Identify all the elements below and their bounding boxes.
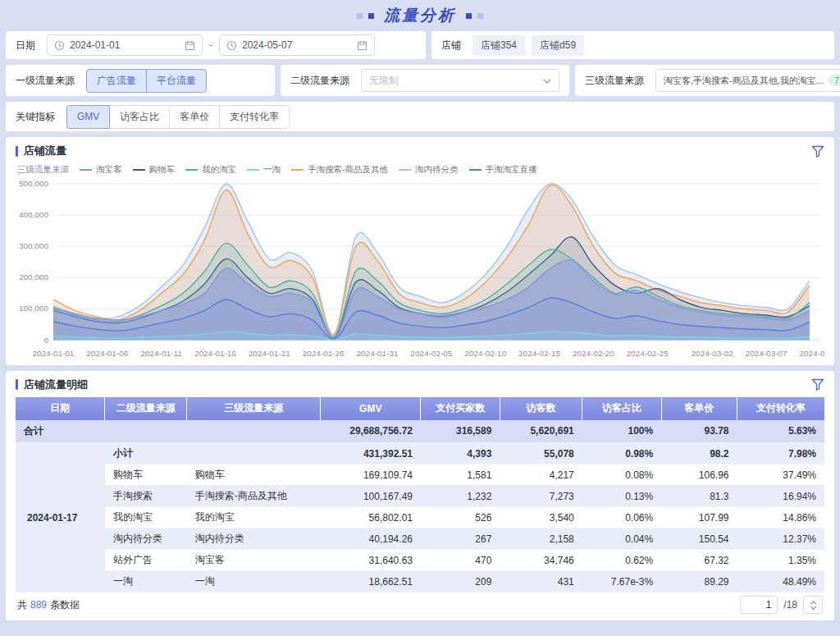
page-input[interactable]: 1 — [740, 596, 778, 614]
level3-value: 淘宝客,手淘搜索-商品及其他,我的淘宝... — [664, 75, 824, 87]
legend-item[interactable]: 一淘 — [247, 164, 281, 176]
svg-text:2024-01-21: 2024-01-21 — [249, 349, 290, 358]
level2-select[interactable]: 无限制 — [361, 69, 559, 92]
legend-item-label: 手淘搜索-商品及其他 — [308, 164, 388, 176]
value-cell: 1,232 — [421, 486, 500, 507]
legend-marker — [133, 169, 145, 171]
total-value-cell: 316,589 — [421, 420, 500, 443]
chart-filter-icon[interactable] — [811, 145, 824, 158]
legend-item-label: 购物车 — [149, 164, 176, 176]
column-header: 日期 — [16, 397, 104, 420]
value-cell: 0.06% — [582, 507, 661, 528]
shop-tag-354[interactable]: 店铺354 — [472, 35, 525, 56]
level1-option-ad-traffic[interactable]: 广告流量 — [86, 69, 147, 93]
legend-item-label: 手淘淘宝直播 — [486, 164, 537, 176]
shop-filter-card: 店铺 店铺354 店铺d59 — [431, 31, 834, 59]
legend-item[interactable]: 淘内待分类 — [399, 164, 459, 176]
level2-source-card: 二级流量来源 无限制 — [281, 65, 569, 96]
level2-label: 二级流量来源 — [290, 74, 349, 88]
value-cell: 34,746 — [500, 550, 582, 571]
svg-text:2024-02-10: 2024-02-10 — [464, 349, 506, 358]
start-date-input[interactable]: 2024-01-01 — [47, 34, 203, 56]
end-date-input[interactable]: 2024-05-07 — [219, 34, 375, 56]
calendar-icon — [185, 40, 195, 51]
svg-text:300,000: 300,000 — [19, 241, 48, 250]
value-cell: 0.13% — [582, 486, 661, 507]
level2-cell: 小计 — [104, 443, 186, 464]
value-cell: 81.3 — [661, 486, 737, 507]
value-cell: 16.94% — [737, 486, 824, 507]
page-title: 流量分析 — [384, 5, 456, 26]
record-count: 889 — [30, 599, 47, 611]
metric-conversion-button[interactable]: 支付转化率 — [219, 105, 290, 129]
legend-item-label: 淘宝客 — [96, 164, 122, 176]
legend-item-label: 一淘 — [263, 164, 281, 176]
total-value-cell: 29,688,756.72 — [321, 420, 421, 443]
metrics-button-group: GMV 访客占比 客单价 支付转化率 — [66, 105, 290, 129]
legend-item[interactable]: 淘宝客 — [80, 164, 122, 176]
value-cell: 31,640.63 — [321, 550, 421, 571]
filter-row-1: 日期 2024-01-01 - 2024-05-07 店铺 店铺354 店铺d5… — [6, 31, 834, 59]
column-header: GMV — [321, 397, 421, 420]
date-group-cell: 2024-01-17 — [16, 443, 104, 593]
legend-marker — [247, 169, 259, 171]
value-cell: 7,273 — [500, 486, 582, 507]
traffic-detail-card: 店铺流量明细 日期二级流量来源三级流量来源GMV支付买家数访客数访客占比客单价支… — [6, 371, 834, 621]
value-cell: 12.37% — [737, 528, 824, 550]
value-cell: 37.49% — [737, 464, 824, 486]
level3-cell: 购物车 — [187, 464, 321, 486]
value-cell: 2,158 — [500, 528, 582, 550]
level1-source-card: 一级流量来源 广告流量 平台流量 — [6, 65, 275, 96]
level3-select[interactable]: 淘宝客,手淘搜索-商品及其他,我的淘宝... 7 — [655, 69, 840, 92]
level2-value: 无限制 — [369, 74, 399, 88]
svg-text:2024-01-06: 2024-01-06 — [86, 349, 128, 358]
table-filter-icon[interactable] — [811, 378, 824, 391]
chart-legend: 三级流量来源 淘宝客购物车我的淘宝一淘手淘搜索-商品及其他淘内待分类手淘淘宝直播 — [17, 164, 824, 176]
value-cell: 56,802.01 — [321, 507, 421, 528]
key-metrics-card: 关键指标 GMV 访客占比 客单价 支付转化率 — [6, 102, 834, 131]
level3-cell: 淘宝客 — [187, 550, 321, 571]
value-cell: 0.98% — [582, 443, 661, 464]
calendar-icon — [357, 40, 368, 51]
level1-label: 一级流量来源 — [16, 74, 75, 88]
level3-cell: 我的淘宝 — [187, 507, 321, 528]
shop-tag-d59[interactable]: 店铺d59 — [532, 35, 584, 56]
svg-text:2024-02-15: 2024-02-15 — [518, 349, 560, 358]
legend-item-label: 淘内待分类 — [415, 164, 459, 176]
column-header: 二级流量来源 — [104, 397, 186, 420]
metric-gmv-button[interactable]: GMV — [66, 105, 110, 129]
level3-cell: 一淘 — [187, 571, 321, 593]
legend-item[interactable]: 我的淘宝 — [185, 164, 236, 176]
filter-row-3: 关键指标 GMV 访客占比 客单价 支付转化率 — [6, 102, 834, 131]
date-filter-card: 日期 2024-01-01 - 2024-05-07 — [6, 31, 426, 59]
legend-item-label: 我的淘宝 — [202, 164, 236, 176]
level1-option-platform-traffic[interactable]: 平台流量 — [146, 69, 207, 93]
value-cell: 7.67e-3% — [582, 571, 661, 593]
chart-title: 店铺流量 — [24, 144, 66, 158]
table-row: 淘内待分类淘内待分类40,194.262672,1580.04%150.5412… — [16, 528, 824, 550]
total-value-cell: 5,620,691 — [500, 420, 582, 443]
traffic-area-chart[interactable]: 0100,000200,000300,000400,000500,0002024… — [16, 177, 824, 362]
metric-avg-order-button[interactable]: 客单价 — [169, 105, 220, 129]
legend-item[interactable]: 手淘淘宝直播 — [469, 164, 537, 176]
page-stepper[interactable] — [803, 596, 823, 614]
page-total: /18 — [783, 599, 797, 611]
table-row: 2024-01-17小计431,392.514,39355,0780.98%98… — [16, 443, 824, 464]
table-footer: 共 889 条数据 1 /18 — [16, 593, 824, 617]
value-cell: 431 — [500, 571, 582, 593]
legend-item[interactable]: 购物车 — [133, 164, 176, 176]
value-cell: 89.29 — [661, 571, 737, 593]
level3-count-badge: 7 — [829, 75, 840, 86]
metric-visitor-share-button[interactable]: 访客占比 — [109, 105, 170, 129]
legend-item[interactable]: 手淘搜索-商品及其他 — [291, 164, 388, 176]
value-cell: 3,540 — [500, 507, 582, 528]
title-decoration-left — [357, 13, 374, 19]
svg-text:2024-01-16: 2024-01-16 — [194, 349, 236, 358]
legend-marker — [399, 169, 411, 171]
value-cell: 1.35% — [737, 550, 824, 571]
level2-cell: 站外广告 — [104, 550, 186, 571]
value-cell: 0.62% — [582, 550, 661, 571]
clock-icon — [54, 40, 65, 51]
level3-cell: 手淘搜索-商品及其他 — [187, 486, 321, 507]
level3-cell: 淘内待分类 — [187, 528, 321, 550]
